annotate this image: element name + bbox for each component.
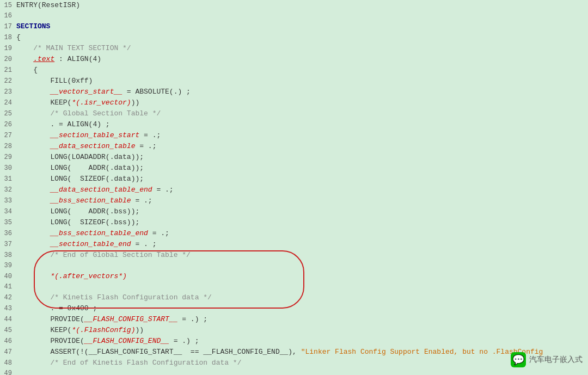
line-number: 43	[0, 304, 16, 314]
code-token: FILL(0xff)	[16, 76, 93, 86]
code-token: *(.FlashConfig)	[71, 325, 135, 335]
code-token: __section_table_end	[50, 239, 131, 249]
code-token: __data_section_table_end	[50, 185, 152, 195]
line-number: 33	[0, 196, 16, 206]
watermark-text: 汽车电子嵌入式	[529, 355, 583, 365]
code-line: 19 /* MAIN TEXT SECTION */	[0, 43, 588, 54]
code-token: LONG(LOADADDR(.data));	[16, 152, 144, 162]
code-line: 44 PROVIDE(__FLASH_CONFIG_START__ = .) ;	[0, 314, 588, 325]
code-token: /* Global Section Table */	[16, 108, 161, 119]
code-token: .text	[33, 54, 54, 64]
code-token	[16, 228, 50, 238]
code-token: = . ;	[131, 239, 157, 249]
code-token: "Linker Flash Config Support Enabled, bu…	[301, 347, 543, 357]
code-line: 15ENTRY(ResetISR)	[0, 0, 588, 11]
code-token	[16, 141, 50, 151]
code-line: 21 {	[0, 65, 588, 76]
code-line: 28 __data_section_table = .;	[0, 141, 588, 152]
code-line: 27 __section_table_start = .;	[0, 130, 588, 141]
line-number: 41	[0, 282, 16, 292]
code-line: 22 FILL(0xff)	[0, 76, 588, 87]
code-token: {	[16, 32, 21, 42]
code-token: LONG( SIZEOF(.data));	[16, 174, 144, 184]
code-token: __data_section_table	[50, 141, 135, 151]
code-token: = .) ;	[169, 336, 199, 346]
code-line: 29 LONG(LOADADDR(.data));	[0, 152, 588, 163]
line-number: 27	[0, 131, 16, 141]
code-token: PROVIDE(	[16, 336, 84, 346]
code-line: 18{	[0, 32, 588, 43]
code-line: 24 KEEP(*(.isr_vector)))	[0, 97, 588, 108]
code-line: 20 .text : ALIGN(4)	[0, 54, 588, 65]
line-number: 45	[0, 325, 16, 336]
code-line: 43 . = 0x400 ;	[0, 303, 588, 314]
line-number: 46	[0, 336, 16, 347]
code-token: *(.isr_vector)	[71, 97, 131, 108]
line-number: 38	[0, 250, 16, 261]
code-line: 46 PROVIDE(__FLASH_CONFIG_END__ = .) ;	[0, 336, 588, 347]
code-token: SECTIONS	[16, 21, 50, 32]
code-token: = .) ;	[177, 314, 207, 324]
code-line: 34 LONG( ADDR(.bss));	[0, 206, 588, 217]
code-token: {	[16, 65, 38, 75]
line-number: 32	[0, 185, 16, 195]
code-token: = .;	[152, 185, 174, 195]
code-token: LONG( ADDR(.bss));	[16, 206, 139, 217]
line-number: 39	[0, 261, 16, 271]
code-token: LONG( ADDR(.data));	[16, 163, 144, 173]
code-token: ))	[135, 325, 144, 335]
line-number: 42	[0, 293, 16, 303]
code-token: = .;	[148, 228, 169, 238]
code-editor: 15ENTRY(ResetISR)1617SECTIONS18{19 /* MA…	[0, 0, 588, 375]
code-line: 42 /* Kinetis Flash Configuration data *…	[0, 292, 588, 303]
line-number: 23	[0, 87, 16, 97]
code-line: 23 __vectors_start__ = ABSOLUTE(.) ;	[0, 87, 588, 97]
code-token: __bss_section_table_end	[50, 228, 148, 238]
code-token: LONG( SIZEOF(.bss));	[16, 217, 139, 228]
line-number: 37	[0, 239, 16, 250]
code-token	[16, 239, 50, 249]
watermark: 💬 汽车电子嵌入式	[511, 352, 583, 367]
code-line: 49	[0, 368, 588, 375]
wechat-icon: 💬	[511, 352, 526, 367]
code-token: = .;	[131, 195, 152, 206]
line-number: 26	[0, 120, 16, 130]
code-line: 35 LONG( SIZEOF(.bss));	[0, 217, 588, 228]
line-number: 29	[0, 152, 16, 163]
code-line: 33 __bss_section_table = .;	[0, 195, 588, 206]
code-token: __FLASH_CONFIG_END__	[84, 336, 169, 346]
code-token: PROVIDE(	[16, 314, 84, 324]
code-line: 39	[0, 261, 588, 271]
code-token	[16, 87, 50, 97]
line-number: 25	[0, 109, 16, 119]
line-number: 17	[0, 22, 16, 32]
code-token: . = 0x400 ;	[16, 303, 97, 313]
code-line: 26 . = ALIGN(4) ;	[0, 119, 588, 130]
code-line: 47 ASSERT(!(__FLASH_CONFIG_START__ == __…	[0, 347, 588, 358]
code-token: __FLASH_CONFIG_START__	[84, 314, 178, 324]
code-line: 37 __section_table_end = . ;	[0, 239, 588, 250]
code-token	[16, 130, 50, 140]
code-token: ))	[131, 97, 140, 108]
code-line: 25 /* Global Section Table */	[0, 108, 588, 119]
code-token	[16, 195, 50, 206]
line-number: 15	[0, 1, 16, 11]
code-line: 30 LONG( ADDR(.data));	[0, 163, 588, 174]
code-token: ASSERT(!(__FLASH_CONFIG_START__ == __FLA…	[16, 347, 301, 357]
code-token: = ABSOLUTE(.) ;	[122, 87, 191, 97]
code-token	[16, 54, 33, 64]
code-token: *(.after_vectors*)	[16, 271, 127, 281]
code-token: /* MAIN TEXT SECTION */	[16, 43, 131, 53]
line-number: 28	[0, 142, 16, 152]
line-number: 30	[0, 163, 16, 174]
code-line: 32 __data_section_table_end = .;	[0, 185, 588, 195]
code-line: 48 /* End of Kinetis Flash Configuration…	[0, 358, 588, 368]
line-number: 35	[0, 218, 16, 228]
line-number: 34	[0, 207, 16, 217]
line-number: 36	[0, 229, 16, 239]
line-number: 47	[0, 347, 16, 358]
code-token: /* Kinetis Flash Configuration data */	[16, 292, 212, 303]
line-number: 20	[0, 54, 16, 65]
code-lines: 15ENTRY(ResetISR)1617SECTIONS18{19 /* MA…	[0, 0, 588, 375]
code-token: : ALIGN(4)	[54, 54, 101, 64]
